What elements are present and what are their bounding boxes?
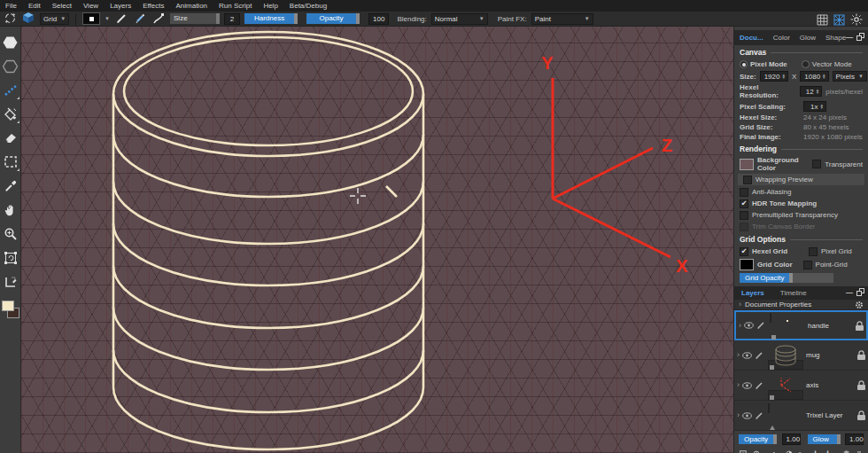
hexel-grid-checkbox[interactable]: ✔ <box>740 247 748 256</box>
hardness-slider[interactable]: Hardness <box>244 13 294 24</box>
layer-name[interactable]: Trixel Layer <box>806 411 855 419</box>
trixel-fill-tool-icon[interactable] <box>0 30 21 54</box>
new-fx-layer-icon[interactable] <box>772 449 779 453</box>
brush-icon[interactable] <box>114 12 128 26</box>
color-swatches[interactable] <box>1 301 20 322</box>
canvas-width-input[interactable]: 1920 ▲▼ <box>760 71 788 82</box>
pixel-grid-checkbox[interactable] <box>809 247 818 256</box>
menu-animation[interactable]: Animation <box>175 2 207 10</box>
fill-bucket-tool-icon[interactable] <box>0 102 21 126</box>
trim-canvas-border-checkbox[interactable] <box>740 223 748 231</box>
layer-expand-icon[interactable]: › <box>737 411 740 419</box>
new-group-folder-icon[interactable] <box>798 449 806 453</box>
layer-visibility-eye-icon[interactable] <box>742 382 752 389</box>
grid-opacity-track[interactable] <box>793 273 833 283</box>
canvas-height-input[interactable]: 1080 ▲▼ <box>800 71 828 82</box>
layer-visibility-eye-icon[interactable] <box>742 352 752 359</box>
menu-effects[interactable]: Effects <box>143 2 164 10</box>
grid-color-picker[interactable] <box>740 259 754 270</box>
wrap-globe-icon[interactable] <box>753 449 760 453</box>
chevron-right-icon[interactable]: › <box>739 301 741 309</box>
layer-brush-icon[interactable] <box>755 351 763 360</box>
layer-expand-icon[interactable]: › <box>737 381 740 389</box>
hexel-grid-toggle-icon[interactable] <box>833 14 845 27</box>
layer-glow-slider[interactable]: Glow <box>808 434 837 444</box>
menu-run-script[interactable]: Run Script <box>219 2 252 10</box>
pixel-scaling-input[interactable]: 1x ▲▼ <box>803 101 826 112</box>
premultiplied-transparency-checkbox[interactable] <box>740 211 748 220</box>
layer-lock-icon[interactable] <box>857 410 865 420</box>
clip-mask-icon[interactable] <box>740 449 747 453</box>
tab-document[interactable]: Docu... <box>740 34 763 42</box>
layer-brush-icon[interactable] <box>755 381 763 390</box>
brush-tip-dropdown-icon[interactable]: ▼ <box>105 16 110 21</box>
eraser-tool-icon[interactable] <box>0 126 21 150</box>
size-unit-dropdown[interactable]: Pixels▼ <box>833 71 867 82</box>
anti-aliasing-checkbox[interactable] <box>740 188 748 197</box>
delete-layer-trash-icon[interactable] <box>843 449 849 453</box>
opacity-slider[interactable]: Opacity <box>306 13 356 24</box>
line-tool-icon[interactable] <box>0 78 21 102</box>
grid-opacity-slider[interactable]: Grid Opacity <box>740 273 789 283</box>
hdr-tone-mapping-checkbox[interactable]: ✔ <box>740 199 748 208</box>
layer-lock-icon[interactable] <box>857 350 865 360</box>
add-trixel-layer-icon[interactable]: + <box>825 449 831 453</box>
menu-layers[interactable]: Layers <box>110 2 131 10</box>
pan-hand-tool-icon[interactable] <box>0 198 21 222</box>
tab-timeline[interactable]: Timeline <box>780 289 807 297</box>
background-color-picker[interactable] <box>740 159 754 170</box>
tab-layers[interactable]: Layers <box>741 289 764 297</box>
layers-float-icon[interactable] <box>856 288 864 296</box>
layer-opacity-slider[interactable]: Opacity <box>739 434 773 444</box>
layer-thumbnail-trixel[interactable] <box>768 403 770 413</box>
grid-mode-dropdown[interactable]: Grid▼ <box>40 13 69 25</box>
point-grid-checkbox[interactable] <box>803 261 812 269</box>
glow-toggle-icon[interactable] <box>850 13 863 27</box>
trixel-outline-tool-icon[interactable] <box>0 54 21 78</box>
grid-mode-cube-icon[interactable] <box>21 12 35 26</box>
menu-view[interactable]: View <box>83 2 98 10</box>
pixel-mode-radio[interactable] <box>740 60 748 68</box>
layer-lock-icon[interactable] <box>857 380 865 390</box>
paintfx-dropdown[interactable]: Paint▼ <box>531 13 593 25</box>
menu-file[interactable]: File <box>5 2 17 10</box>
brush-tip-swatch[interactable] <box>82 12 100 25</box>
menu-beta-debug[interactable]: Beta/Debug <box>290 2 327 10</box>
add-layer-icon[interactable]: + <box>812 449 818 453</box>
drawing-canvas[interactable]: Y Z X <box>21 27 733 453</box>
menu-edit[interactable]: Edit <box>28 2 41 10</box>
layer-name[interactable]: mug <box>806 351 855 359</box>
layer-expand-icon[interactable]: › <box>739 322 741 330</box>
canvas-resize-tool-icon[interactable] <box>0 269 21 293</box>
layer-thumbnail-handle[interactable] <box>770 313 771 323</box>
menu-select[interactable]: Select <box>52 2 72 10</box>
zoom-tool-icon[interactable] <box>0 222 21 246</box>
panel-minimize-icon[interactable]: — <box>846 33 853 41</box>
layer-expand-icon[interactable]: › <box>737 351 740 359</box>
layer-row-handle[interactable]: › handle <box>734 310 868 340</box>
layer-visibility-eye-icon[interactable] <box>742 412 752 419</box>
tab-glow[interactable]: Glow <box>800 34 816 42</box>
tab-color[interactable]: Color <box>773 34 790 42</box>
wrapping-preview-checkbox[interactable] <box>743 176 752 184</box>
document-properties-row[interactable]: › Document Properties <box>734 300 868 310</box>
pencil-icon[interactable] <box>133 12 147 26</box>
layer-name[interactable]: handle <box>808 322 853 330</box>
panel-float-icon[interactable] <box>856 33 864 41</box>
pixel-grid-toggle-icon[interactable] <box>817 14 828 27</box>
menu-help[interactable]: Help <box>263 2 277 10</box>
transparent-checkbox[interactable] <box>812 160 821 168</box>
hexel-resolution-input[interactable]: 12 ▲▼ <box>800 86 822 97</box>
reset-view-icon[interactable] <box>4 12 17 27</box>
size-value[interactable]: 2 <box>224 13 240 25</box>
blending-dropdown[interactable]: Normal▼ <box>431 13 488 25</box>
foreground-color-swatch[interactable] <box>2 301 14 311</box>
layer-brush-icon[interactable] <box>756 321 765 330</box>
document-settings-gear-icon[interactable] <box>855 301 864 309</box>
eyedropper-tool-icon[interactable] <box>0 174 21 198</box>
tab-shape[interactable]: Shape <box>825 34 846 42</box>
marquee-select-tool-icon[interactable] <box>0 150 21 174</box>
vector-pen-icon[interactable] <box>151 12 166 26</box>
transform-tool-icon[interactable] <box>0 246 21 269</box>
layers-minimize-icon[interactable]: — <box>846 288 853 296</box>
